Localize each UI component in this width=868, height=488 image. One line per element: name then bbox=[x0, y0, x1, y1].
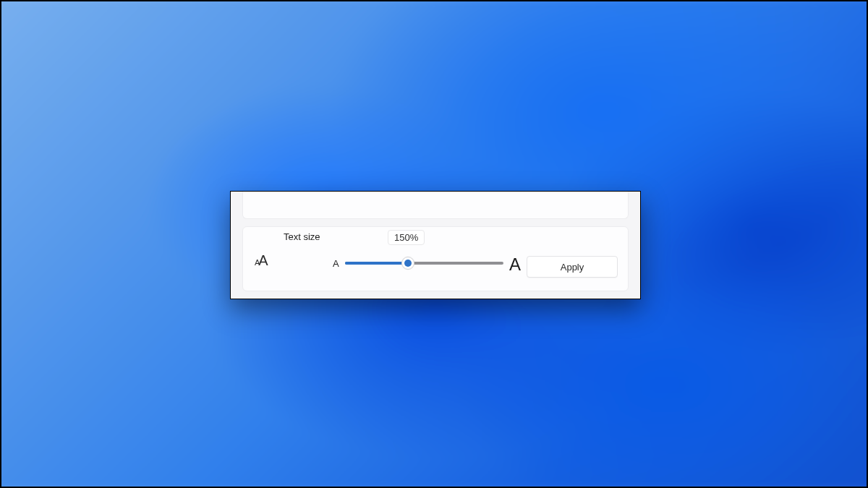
text-size-slider-row: A A bbox=[333, 257, 521, 269]
slider-track-fill bbox=[345, 262, 409, 265]
settings-panel: AA Text size 150% A A Apply bbox=[230, 191, 641, 299]
text-size-icon: AA bbox=[255, 253, 267, 267]
slider-min-a-icon: A bbox=[333, 258, 339, 269]
slider-thumb[interactable] bbox=[401, 257, 414, 270]
text-size-label: Text size bbox=[284, 231, 320, 242]
text-size-value-badge: 150% bbox=[388, 230, 425, 245]
text-size-slider[interactable] bbox=[345, 257, 503, 269]
preceding-setting-row bbox=[242, 192, 629, 219]
text-size-card: AA Text size 150% A A Apply bbox=[242, 226, 629, 291]
apply-button[interactable]: Apply bbox=[527, 256, 618, 278]
